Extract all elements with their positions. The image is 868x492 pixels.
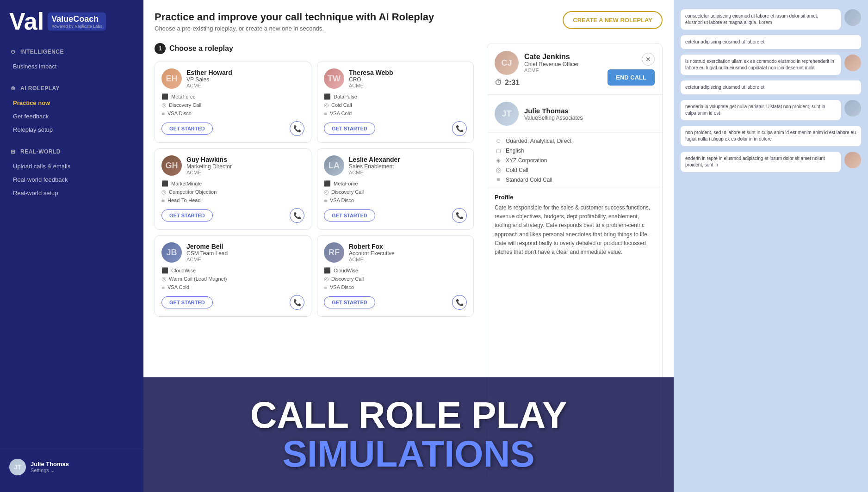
sidebar-header-real-world: ⊞ Real-world [9,148,134,155]
framework-icon: ≡ [495,176,502,183]
avatar-guy: GH [161,155,182,176]
roleplay-card-theresa[interactable]: TW Theresa Webb CRO ACME ⬛ DataPu [317,62,474,143]
chat-avatar [844,152,861,168]
get-started-btn-leslie[interactable]: GET STARTED [324,209,375,221]
sidebar-section-intelligence: ⊙ Intelligence Business impact [0,44,143,81]
get-started-btn-guy[interactable]: GET STARTED [161,209,213,221]
personality-icon: ☺ [495,137,502,144]
call-btn-leslie[interactable]: 📞 [452,208,467,223]
sidebar: Val ValueCoach Powered by Replicate Labs… [0,0,143,492]
framework-tag: ≡ VSA Disco [161,110,304,117]
call-btn-guy[interactable]: 📞 [290,208,304,223]
end-call-button[interactable]: END CALL [608,69,655,86]
chat-message: ectetur adipiscing eiusmod ut labore et [681,35,861,49]
chat-message: consectetur adipiscing eiusmod ut labore… [681,9,861,30]
ai-roleplay-icon: ⊗ [9,85,17,92]
logo-val: Val [9,9,44,33]
user-settings-label: Settings ⌄ [31,467,69,474]
second-person-area: JT Julie Thomas ValueSelling Associates [487,95,662,132]
chat-message: enderin in repre in eiusmod adipiscing e… [681,152,861,172]
sidebar-section-label: Real-world [20,148,61,155]
sidebar-section-real-world: ⊞ Real-world Upload calls & emails Real-… [0,144,143,208]
sidebar-section-label: Intelligence [20,49,64,55]
sidebar-item-roleplay-setup[interactable]: Roleplay setup [9,123,134,136]
avatar-esther: EH [161,68,182,89]
step1-circle: 1 [155,43,166,54]
card-title: Account Executive [349,250,395,257]
tag-language: ◻ English [495,147,655,154]
call-btn-theresa[interactable]: 📞 [452,121,467,136]
list-icon: ≡ [161,284,165,290]
call-btn-jerome[interactable]: 📞 [290,295,304,310]
roleplay-card-esther[interactable]: EH Esther Howard VP Sales ACME ⬛ [155,62,311,143]
chat-avatar [844,55,861,71]
call-icon: ◎ [161,189,166,195]
roleplay-card-jerome[interactable]: JB Jerome Bell CSM Team Lead ACME ⬛ [155,235,311,317]
sidebar-item-real-world-setup[interactable]: Real-world setup [9,187,134,199]
close-detail-button[interactable]: ✕ [642,53,655,66]
sidebar-header-intelligence: ⊙ Intelligence [9,48,134,55]
tag-call-type: ◎ Cold Call [495,166,655,173]
card-company: ACME [186,170,232,175]
background-chat-panel: consectetur adipiscing eiusmod ut labore… [674,0,868,492]
modal-title: Practice and improve your call technique… [155,11,434,23]
user-name: Julie Thomas [31,461,69,467]
chat-avatar [844,100,861,117]
roleplay-card-guy[interactable]: GH Guy Hawkins Marketing Director ACME ⬛ [155,148,311,230]
card-title: Sales Enablement [349,163,400,170]
call-type-icon: ◎ [495,166,502,173]
detail-company: ACME [524,68,579,73]
call-timer: ⏱ 2:31 [495,79,608,87]
card-company: ACME [349,83,393,88]
sidebar-item-get-feedback[interactable]: Get feedback [9,110,134,123]
sidebar-item-practice-now[interactable]: Practice now [9,97,134,109]
card-title: Marketing Director [186,163,232,170]
create-roleplay-button[interactable]: CREATE A NEW ROLEPLAY [563,11,663,29]
sidebar-item-upload-calls[interactable]: Upload calls & emails [9,160,134,172]
card-title: VP Sales [186,76,232,83]
step1-header: 1 Choose a roleplay [155,43,476,54]
roleplay-cards-grid: EH Esther Howard VP Sales ACME ⬛ [155,62,476,317]
call-icon: ◎ [324,276,329,282]
tag-personality: ☺ Guarded, Analytical, Direct [495,137,655,144]
overlay-text: CALL ROLE PLAY SIMULATIONS [250,396,567,474]
card-company: ACME [186,257,228,262]
roleplay-card-leslie[interactable]: LA Leslie Alexander Sales Enablement ACM… [317,148,474,230]
call-btn-robert[interactable]: 📞 [452,295,467,310]
sidebar-section-ai-roleplay: ⊗ AI Roleplay Practice now Get feedback … [0,81,143,144]
avatar-cate: CJ [495,51,519,75]
sidebar-header-ai-roleplay: ⊗ AI Roleplay [9,85,134,92]
overlay-line2: SIMULATIONS [250,435,567,474]
language-icon: ◻ [495,147,502,154]
get-started-btn-theresa[interactable]: GET STARTED [324,123,375,135]
list-icon: ≡ [161,110,165,117]
building-icon: ⬛ [324,180,331,187]
get-started-btn-esther[interactable]: GET STARTED [161,123,213,135]
chat-message: non proident, sed ut labore et sunt in c… [681,126,861,146]
building-icon: ⬛ [324,93,331,100]
list-icon: ≡ [161,197,165,203]
step1-title: Choose a roleplay [169,44,233,53]
get-started-btn-jerome[interactable]: GET STARTED [161,296,213,308]
card-name: Esther Howard [186,69,232,76]
logo-powered-by: Powered by Replicate Labs [51,24,102,29]
card-company: ACME [349,170,400,175]
company-tag: ⬛ MetaForce [161,93,304,100]
building-icon: ⬛ [161,267,168,274]
modal-header: Practice and improve your call technique… [155,11,663,32]
profile-text: Cate is responsible for the sales & cust… [495,203,655,257]
sidebar-section-label: AI Roleplay [20,85,60,92]
overlay-banner: CALL ROLE PLAY SIMULATIONS [143,377,674,492]
call-btn-esther[interactable]: 📞 [290,121,304,136]
list-icon: ≡ [324,110,327,117]
card-company: ACME [349,257,395,262]
sidebar-item-real-world-feedback[interactable]: Real-world feedback [9,173,134,186]
get-started-btn-robert[interactable]: GET STARTED [324,296,375,308]
card-title: CRO [349,76,393,83]
user-settings-area[interactable]: JT Julie Thomas Settings ⌄ [0,451,143,483]
card-title: CSM Team Lead [186,250,228,257]
roleplay-card-robert[interactable]: RF Robert Fox Account Executive ACME ⬛ [317,235,474,317]
sidebar-item-business-impact[interactable]: Business impact [9,60,134,73]
overlay-line1: CALL ROLE PLAY [250,396,567,435]
avatar-leslie: LA [324,155,344,176]
